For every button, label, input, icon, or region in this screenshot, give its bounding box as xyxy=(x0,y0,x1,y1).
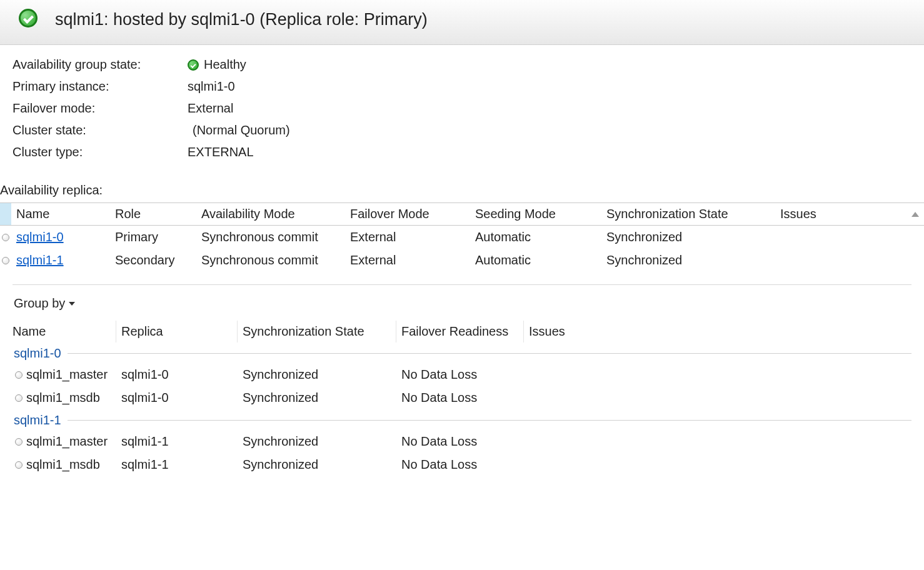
col-issues-label: Issues xyxy=(780,207,816,221)
group-title: sqlmi1-0 xyxy=(14,346,61,361)
cell-failover-readiness: No Data Loss xyxy=(396,432,524,451)
cell-failover-readiness: No Data Loss xyxy=(396,366,524,384)
status-indicator-icon xyxy=(0,234,11,241)
cell-failover-mode: External xyxy=(345,251,470,269)
col-issues[interactable]: Issues xyxy=(775,203,924,225)
replica-grid-header: Name Role Availability Mode Failover Mod… xyxy=(0,202,924,226)
cell-failover-readiness: No Data Loss xyxy=(396,456,524,474)
table-row[interactable]: sqlmi1-0PrimarySynchronous commitExterna… xyxy=(0,226,924,249)
cell-role: Secondary xyxy=(110,251,196,269)
kv-failover-mode: Failover mode: External xyxy=(13,98,911,119)
replica-section: Availability replica: Name Role Availabi… xyxy=(0,163,924,272)
cell-db-name: sqlmi1_master xyxy=(25,432,116,451)
replica-section-label: Availability replica: xyxy=(0,172,924,202)
replica-rows: sqlmi1-0PrimarySynchronous commitExterna… xyxy=(0,226,924,272)
replica-link[interactable]: sqlmi1-0 xyxy=(16,230,64,244)
cell-sync-state: Synchronized xyxy=(238,389,396,407)
status-indicator-icon xyxy=(13,461,25,469)
group-title: sqlmi1-1 xyxy=(14,413,61,428)
kv-label: Primary instance: xyxy=(13,79,188,94)
cell-sync-state: Synchronized xyxy=(238,432,396,451)
kv-primary-instance: Primary instance: sqlmi1-0 xyxy=(13,76,911,98)
cell-availability-mode: Synchronous commit xyxy=(196,228,345,246)
page-title: sqlmi1: hosted by sqlmi1-0 (Replica role… xyxy=(55,10,428,29)
cell-sync-state: Synchronized xyxy=(238,456,396,474)
cell-issues xyxy=(524,373,646,377)
cell-seeding-mode: Automatic xyxy=(470,228,601,246)
cell-availability-mode: Synchronous commit xyxy=(196,251,345,269)
cell-role: Primary xyxy=(110,228,196,246)
cell-issues xyxy=(524,440,646,444)
kv-label: Failover mode: xyxy=(13,101,188,116)
groupby-label: Group by xyxy=(14,296,65,311)
kv-value: sqlmi1-0 xyxy=(188,79,235,94)
table-row[interactable]: sqlmi1-1SecondarySynchronous commitExter… xyxy=(0,249,924,272)
kv-label: Cluster state: xyxy=(13,123,188,138)
cell-issues xyxy=(775,236,924,239)
col-name[interactable]: Name xyxy=(11,203,110,225)
kv-cluster-type: Cluster type: EXTERNAL xyxy=(13,141,911,163)
cell-failover-mode: External xyxy=(345,228,470,246)
databases-section: Group by Name Replica Synchronization St… xyxy=(0,284,924,476)
table-row[interactable]: sqlmi1_mastersqlmi1-1SynchronizedNo Data… xyxy=(13,430,911,453)
table-row[interactable]: sqlmi1_mastersqlmi1-0SynchronizedNo Data… xyxy=(13,363,911,386)
cell-issues xyxy=(524,463,646,467)
cell-db-name: sqlmi1_msdb xyxy=(25,456,116,474)
cell-replica: sqlmi1-1 xyxy=(116,456,238,474)
status-ok-icon xyxy=(19,9,38,31)
healthy-icon xyxy=(188,59,199,71)
chevron-down-icon xyxy=(69,302,75,306)
cell-replica: sqlmi1-0 xyxy=(116,366,238,384)
cell-sync-state: Synchronized xyxy=(601,251,775,269)
dcol-issues[interactable]: Issues xyxy=(524,321,646,342)
cell-replica: sqlmi1-0 xyxy=(116,389,238,407)
kv-cluster-state: Cluster state: (Normal Quorum) xyxy=(13,119,911,141)
kv-value: Healthy xyxy=(204,58,246,72)
kv-label: Cluster type: xyxy=(13,145,188,159)
cell-seeding-mode: Automatic xyxy=(470,251,601,269)
kv-value: EXTERNAL xyxy=(188,145,254,159)
replica-link[interactable]: sqlmi1-1 xyxy=(16,253,64,267)
groupby-dropdown[interactable]: Group by xyxy=(13,285,75,317)
divider-line xyxy=(68,420,911,421)
cell-db-name: sqlmi1_msdb xyxy=(25,389,116,407)
cell-issues xyxy=(775,259,924,262)
cell-failover-readiness: No Data Loss xyxy=(396,389,524,407)
cell-replica: sqlmi1-1 xyxy=(116,432,238,451)
status-indicator-icon xyxy=(13,371,25,379)
cell-db-name: sqlmi1_master xyxy=(25,366,116,384)
cell-issues xyxy=(524,396,646,400)
kv-ag-state: Availability group state: Healthy xyxy=(13,54,911,76)
summary-section: Availability group state: Healthy Primar… xyxy=(0,45,924,163)
db-grid-header: Name Replica Synchronization State Failo… xyxy=(13,317,911,342)
status-indicator-icon xyxy=(13,438,25,446)
sort-asc-icon xyxy=(911,212,919,217)
col-role[interactable]: Role xyxy=(110,203,196,225)
group-header[interactable]: sqlmi1-0 xyxy=(13,342,911,363)
kv-value: External xyxy=(188,101,233,116)
status-indicator-icon xyxy=(0,257,11,264)
section-divider xyxy=(13,284,911,285)
dcol-replica[interactable]: Replica xyxy=(116,321,238,342)
cell-sync-state: Synchronized xyxy=(601,228,775,246)
col-availability-mode[interactable]: Availability Mode xyxy=(196,203,345,225)
db-groups: sqlmi1-0sqlmi1_mastersqlmi1-0Synchronize… xyxy=(13,342,911,476)
dcol-sync-state[interactable]: Synchronization State xyxy=(238,321,396,342)
col-seeding-mode[interactable]: Seeding Mode xyxy=(470,203,601,225)
table-row[interactable]: sqlmi1_msdbsqlmi1-0SynchronizedNo Data L… xyxy=(13,386,911,409)
col-indicator[interactable] xyxy=(0,203,11,225)
col-failover-mode[interactable]: Failover Mode xyxy=(345,203,470,225)
status-indicator-icon xyxy=(13,394,25,402)
cell-sync-state: Synchronized xyxy=(238,366,396,384)
dcol-name[interactable]: Name xyxy=(13,321,116,342)
kv-label: Availability group state: xyxy=(13,58,188,72)
table-row[interactable]: sqlmi1_msdbsqlmi1-1SynchronizedNo Data L… xyxy=(13,453,911,476)
dcol-failover-readiness[interactable]: Failover Readiness xyxy=(396,321,524,342)
dashboard-header: sqlmi1: hosted by sqlmi1-0 (Replica role… xyxy=(0,0,924,45)
divider-line xyxy=(68,353,911,354)
kv-value: (Normal Quorum) xyxy=(188,123,290,138)
group-header[interactable]: sqlmi1-1 xyxy=(13,409,911,430)
col-sync-state[interactable]: Synchronization State xyxy=(601,203,775,225)
